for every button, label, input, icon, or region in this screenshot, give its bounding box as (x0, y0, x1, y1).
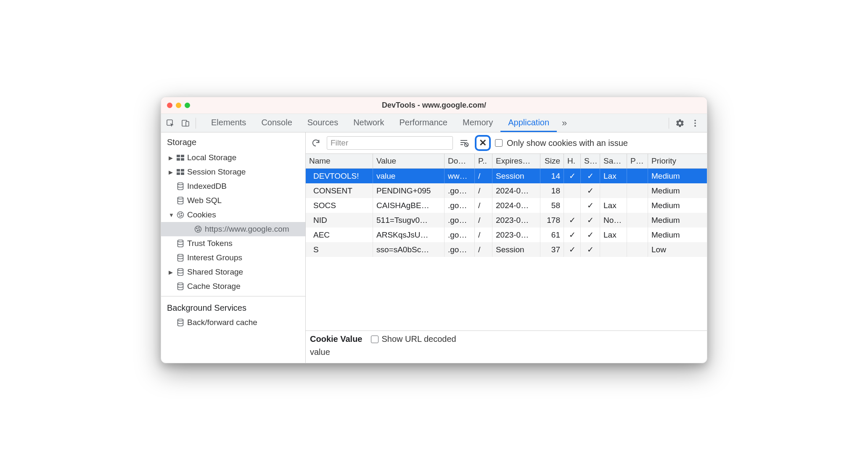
svg-rect-7 (181, 155, 184, 157)
sidebar-item-cookies[interactable]: ▼Cookies (161, 208, 305, 222)
column-header[interactable]: Expires… (492, 154, 540, 168)
sidebar-item-cache-storage[interactable]: Cache Storage (161, 279, 305, 293)
column-header[interactable]: Size (540, 154, 564, 168)
cell-name: AEC (306, 227, 373, 242)
cell-http: ✓ (564, 213, 581, 227)
more-tabs-icon[interactable]: » (557, 116, 572, 131)
svg-point-21 (195, 226, 201, 233)
svg-point-30 (178, 319, 183, 321)
cell-secure: ✓ (581, 169, 600, 183)
cell-priority: Medium (648, 213, 707, 227)
cell-priority: Medium (648, 198, 707, 213)
cookies-toolbar: ✕ Only show cookies with an issue (306, 132, 707, 154)
cell-path: / (475, 183, 492, 198)
show-decoded-checkbox[interactable] (371, 336, 378, 343)
sidebar-item-session-storage[interactable]: ▶Session Storage (161, 165, 305, 179)
titlebar: DevTools - www.google.com/ (161, 97, 707, 114)
sidebar-item-trust-tokens[interactable]: Trust Tokens (161, 236, 305, 251)
cell-expires: 2023-0… (492, 213, 540, 227)
cell-size: 18 (540, 183, 564, 198)
sidebar-item-label: Shared Storage (187, 267, 243, 277)
column-header[interactable]: Name (306, 154, 373, 168)
cell-partition (627, 213, 648, 227)
sidebar-item-back-forward-cache[interactable]: Back/forward cache (161, 315, 305, 330)
cell-domain: .go… (445, 242, 475, 257)
cell-expires: 2023-0… (492, 227, 540, 242)
sidebar-item-interest-groups[interactable]: Interest Groups (161, 251, 305, 265)
table-row[interactable]: CONSENTPENDING+095.go…/2024-0…18✓Medium (306, 183, 707, 198)
cell-http: ✓ (564, 169, 581, 183)
sidebar-item-shared-storage[interactable]: ▶Shared Storage (161, 265, 305, 279)
cell-size: 178 (540, 213, 564, 227)
table-row[interactable]: AECARSKqsJsU….go…/2023-0…61✓✓LaxMedium (306, 227, 707, 242)
only-issue-checkbox[interactable] (495, 139, 503, 147)
sidebar-item-web-sql[interactable]: Web SQL (161, 193, 305, 208)
close-window-button[interactable] (167, 103, 172, 108)
refresh-icon[interactable] (309, 136, 323, 150)
cookie-value-label: Cookie Value (310, 334, 363, 344)
column-header[interactable]: Do… (445, 154, 475, 168)
column-header[interactable]: Value (373, 154, 445, 168)
clear-all-cookies-button[interactable]: ✕ (475, 135, 491, 151)
minimize-window-button[interactable] (176, 103, 181, 108)
db-icon (176, 254, 185, 262)
kebab-menu-icon[interactable] (688, 116, 703, 131)
cell-value: value (373, 169, 445, 183)
tab-memory[interactable]: Memory (455, 114, 500, 132)
column-header[interactable]: Sa… (600, 154, 627, 168)
tab-performance[interactable]: Performance (392, 114, 455, 132)
table-row[interactable]: SOCSCAISHAgBE….go…/2024-0…58✓LaxMedium (306, 198, 707, 213)
cell-secure: ✓ (581, 242, 600, 257)
clear-filter-icon[interactable] (457, 136, 471, 150)
filter-input[interactable] (327, 136, 453, 150)
svg-point-24 (197, 230, 198, 231)
tab-sources[interactable]: Sources (300, 114, 346, 132)
maximize-window-button[interactable] (185, 103, 190, 108)
column-header[interactable]: H. (564, 154, 581, 168)
tab-network[interactable]: Network (346, 114, 392, 132)
sidebar-item-https-www-google-com[interactable]: https://www.google.com (161, 222, 305, 236)
cell-partition (627, 169, 648, 183)
cell-partition (627, 227, 648, 242)
cell-name: S (306, 242, 373, 257)
column-header[interactable]: S… (581, 154, 600, 168)
tab-application[interactable]: Application (500, 114, 557, 132)
cell-secure: ✓ (581, 183, 600, 198)
cell-size: 58 (540, 198, 564, 213)
cell-path: / (475, 213, 492, 227)
db-icon (176, 319, 185, 326)
cookie-detail-panel: Cookie Value Show URL decoded value (306, 331, 707, 363)
tab-elements[interactable]: Elements (204, 114, 254, 132)
db-icon (176, 182, 185, 190)
caret-right-icon[interactable]: ▶ (169, 169, 174, 175)
device-toolbar-icon[interactable] (178, 116, 193, 131)
svg-point-16 (177, 212, 184, 218)
table-row[interactable]: Ssso=sA0bSc….go…/Session37✓✓Low (306, 242, 707, 257)
svg-point-23 (198, 227, 199, 228)
cookie-value-text: value (310, 347, 703, 357)
table-row[interactable]: NID511=Tsugv0….go…/2023-0…178✓✓No…Medium (306, 213, 707, 227)
cell-name: SOCS (306, 198, 373, 213)
sidebar-item-label: Cache Storage (187, 282, 241, 291)
cell-value: sso=sA0bSc… (373, 242, 445, 257)
caret-down-icon[interactable]: ▼ (169, 212, 174, 218)
sidebar-item-indexeddb[interactable]: IndexedDB (161, 179, 305, 193)
sidebar-item-label: Web SQL (187, 196, 222, 205)
column-header[interactable]: P.. (475, 154, 492, 168)
sidebar-section-background: Background Services (161, 299, 305, 315)
inspect-element-icon[interactable] (163, 116, 178, 131)
column-header[interactable]: P… (627, 154, 648, 168)
settings-gear-icon[interactable] (672, 116, 688, 131)
column-header[interactable]: Priority (648, 154, 707, 168)
cell-domain: .go… (445, 183, 475, 198)
cell-partition (627, 198, 648, 213)
caret-right-icon[interactable]: ▶ (169, 269, 174, 275)
table-row[interactable]: DEVTOOLS!valueww…/Session14✓✓LaxMedium (306, 169, 707, 183)
cell-value: PENDING+095 (373, 183, 445, 198)
db-icon (176, 240, 185, 247)
tab-console[interactable]: Console (254, 114, 299, 132)
svg-point-29 (178, 283, 183, 285)
caret-right-icon[interactable]: ▶ (169, 155, 174, 161)
sidebar-item-local-storage[interactable]: ▶Local Storage (161, 151, 305, 165)
cell-secure: ✓ (581, 213, 600, 227)
